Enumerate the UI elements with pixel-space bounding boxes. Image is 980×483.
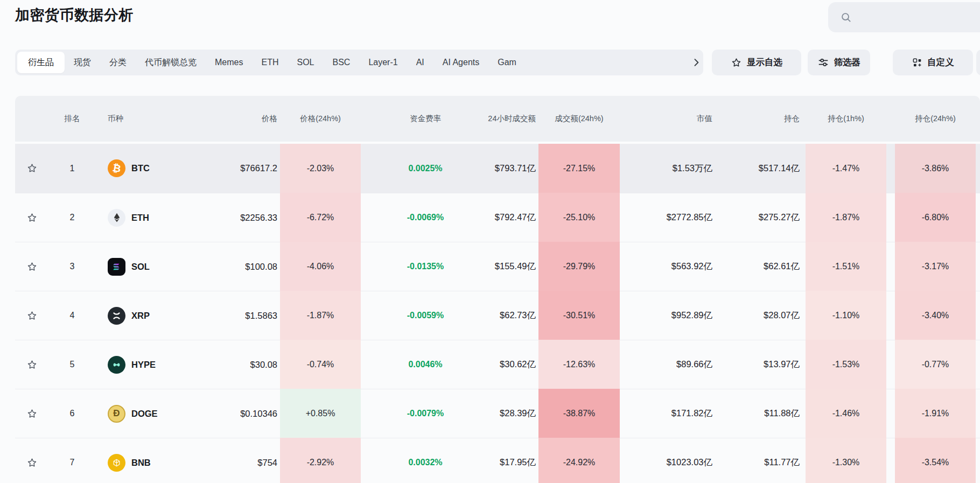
column-header[interactable]: 价格(24h%) <box>280 96 361 142</box>
oi-change-1h-cell: -1.10% <box>806 291 886 340</box>
tab-bsc[interactable]: BSC <box>323 52 359 73</box>
coin-cell: ₿BTC <box>86 144 188 193</box>
doge-coin-icon: Ð <box>108 405 125 423</box>
column-header[interactable]: 成交额(24h%) <box>538 96 620 142</box>
tab-eth[interactable]: ETH <box>252 52 288 73</box>
volume-24h-cell: $17.95亿 <box>468 438 538 483</box>
oi-change-24h-cell: -3.17% <box>895 242 976 291</box>
table-row-doge[interactable]: 6ÐDOGE$0.10346+0.85%-0.0079%$28.39亿-38.8… <box>15 389 980 438</box>
rank-star-cell <box>15 291 42 340</box>
favorite-star-icon[interactable] <box>24 259 40 275</box>
table-row-btc[interactable]: 1₿BTC$76617.2-2.03%0.0025%$793.71亿-27.15… <box>15 144 980 193</box>
sol-coin-icon <box>108 258 125 276</box>
spacer <box>886 193 895 242</box>
coin-symbol: ETH <box>131 213 149 223</box>
show-watchlist-button[interactable]: 显示自选 <box>712 50 801 75</box>
filter-label: 筛选器 <box>834 57 861 68</box>
column-header[interactable]: 币种 <box>86 96 188 142</box>
open-interest-cell: $275.27亿 <box>716 193 802 242</box>
price-change-24h-cell: -2.92% <box>280 438 361 483</box>
tab-layer-1[interactable]: Layer-1 <box>359 52 407 73</box>
column-header[interactable]: 持仓(24h%) <box>895 96 976 142</box>
spacer <box>976 340 980 389</box>
column-header[interactable]: 24小时成交额 <box>468 96 538 142</box>
favorite-star-icon[interactable] <box>24 308 40 324</box>
table-row-eth[interactable]: 2ETH$2256.33-6.72%-0.0069%$792.47亿-25.10… <box>15 193 980 242</box>
column-header[interactable]: 市值 <box>620 96 716 142</box>
spacer <box>886 389 895 438</box>
bnb-coin-icon <box>108 454 125 472</box>
table-row-xrp[interactable]: 4XRP$1.5863-1.87%-0.0059%$62.73亿-30.51%$… <box>15 291 980 340</box>
filter-button[interactable]: 筛选器 <box>808 50 870 75</box>
tab-memes[interactable]: Memes <box>206 52 252 73</box>
rank-cell: 7 <box>42 438 86 483</box>
spacer <box>886 340 895 389</box>
price-change-24h-cell: -1.87% <box>280 291 361 340</box>
column-header[interactable]: 排名 <box>42 96 86 142</box>
column-header[interactable]: 持仓(1h%) <box>806 96 886 142</box>
chevron-right-icon[interactable] <box>691 57 702 70</box>
customize-button[interactable]: 自定义 <box>893 50 973 75</box>
search-input[interactable] <box>828 2 980 32</box>
market-cap-cell: $89.66亿 <box>620 340 716 389</box>
oi-change-24h-cell: -3.40% <box>895 291 976 340</box>
price-cell: $0.10346 <box>188 389 280 438</box>
funding-rate-cell: -0.0135% <box>361 242 468 291</box>
price-change-24h-cell: -4.06% <box>280 242 361 291</box>
tab-derivatives[interactable]: 衍生品 <box>17 52 65 73</box>
favorite-star-icon[interactable] <box>24 455 40 471</box>
tab-bar: 衍生品现货分类代币解锁总览MemesETHSOLBSCLayer-1AIAI A… <box>15 50 703 75</box>
favorite-star-icon[interactable] <box>24 210 40 226</box>
hype-coin-icon <box>108 356 125 374</box>
coin-cell: ETH <box>86 193 188 242</box>
table-row-sol[interactable]: 3SOL$100.08-4.06%-0.0135%$155.49亿-29.79%… <box>15 242 980 291</box>
oi-change-24h-cell: -1.91% <box>895 389 976 438</box>
table-row-hype[interactable]: 5HYPE$30.08-0.74%0.0046%$30.62亿-12.63%$8… <box>15 340 980 389</box>
spacer <box>976 438 980 483</box>
table-row-bnb[interactable]: 7BNB$754-2.92%0.0032%$17.95亿-24.92%$1023… <box>15 438 980 483</box>
tab-token-unlocks[interactable]: 代币解锁总览 <box>136 52 206 73</box>
volume-change-24h-cell: -27.15% <box>538 144 620 193</box>
market-cap-cell: $952.89亿 <box>620 291 716 340</box>
xrp-coin-icon <box>108 307 125 325</box>
rank-cell: 3 <box>42 242 86 291</box>
spacer <box>976 193 980 242</box>
market-cap-cell: $171.82亿 <box>620 389 716 438</box>
spacer <box>976 389 980 438</box>
open-interest-cell: $62.61亿 <box>716 242 802 291</box>
favorite-star-icon[interactable] <box>24 357 40 373</box>
favorite-star-icon[interactable] <box>24 406 40 422</box>
funding-rate-cell: 0.0046% <box>361 340 468 389</box>
spacer <box>886 291 895 340</box>
tab-spot[interactable]: 现货 <box>65 52 100 73</box>
tab-ai-agents[interactable]: AI Agents <box>433 52 489 73</box>
show-watchlist-label: 显示自选 <box>747 57 782 68</box>
open-interest-cell: $13.97亿 <box>716 340 802 389</box>
market-cap-cell: $1.53万亿 <box>620 144 716 193</box>
header-spacer <box>15 96 42 142</box>
tab-list: 衍生品现货分类代币解锁总览MemesETHSOLBSCLayer-1AIAI A… <box>17 50 526 75</box>
volume-24h-cell: $28.39亿 <box>468 389 538 438</box>
rank-cell: 1 <box>42 144 86 193</box>
volume-change-24h-cell: -12.63% <box>538 340 620 389</box>
price-change-24h-cell: -2.03% <box>280 144 361 193</box>
coin-symbol: BTC <box>131 163 150 173</box>
coin-symbol: SOL <box>131 262 150 272</box>
funding-rate-cell: 0.0025% <box>361 144 468 193</box>
crypto-table: 排名币种价格价格(24h%)资金费率24小时成交额成交额(24h%)市值持仓持仓… <box>15 96 980 483</box>
tab-sol[interactable]: SOL <box>288 52 323 73</box>
customize-grid-icon <box>912 57 922 68</box>
customize-label: 自定义 <box>927 57 954 68</box>
favorite-star-icon[interactable] <box>24 160 40 176</box>
tab-categories[interactable]: 分类 <box>100 52 136 73</box>
column-header[interactable]: 资金费率 <box>361 96 468 142</box>
market-cap-cell: $563.92亿 <box>620 242 716 291</box>
oi-change-1h-cell: -1.53% <box>806 340 886 389</box>
tab-gaming[interactable]: Gam <box>488 52 526 73</box>
column-header[interactable]: 价格 <box>188 96 280 142</box>
more-actions-button[interactable] <box>976 50 980 75</box>
column-header[interactable]: 持仓 <box>716 96 802 142</box>
tab-ai[interactable]: AI <box>407 52 433 73</box>
spacer <box>886 242 895 291</box>
oi-change-24h-cell: -3.86% <box>895 144 976 193</box>
